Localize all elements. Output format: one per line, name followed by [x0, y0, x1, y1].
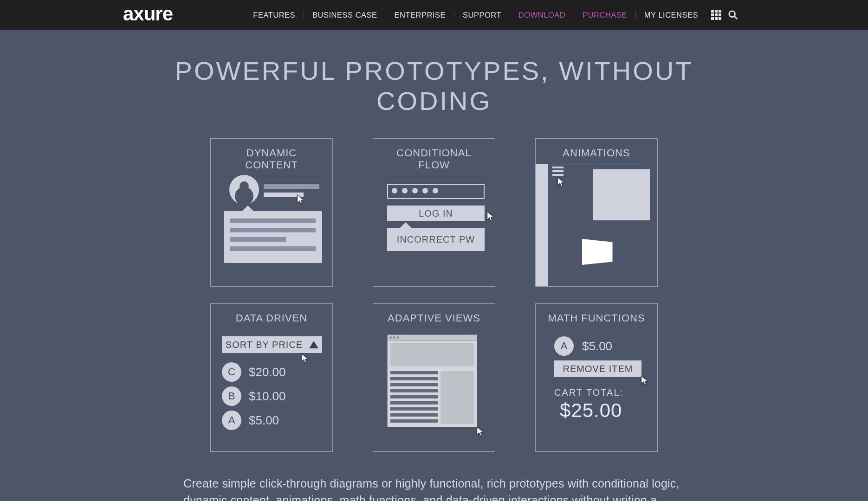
- password-dots-icon: [392, 188, 438, 193]
- tooltip-illustration: [224, 211, 322, 263]
- hamburger-icon: [552, 167, 564, 176]
- cursor-icon: [301, 353, 309, 363]
- item-price: $10.00: [249, 389, 286, 404]
- card-data-driven: DATA DRIVEN SORT BY PRICE C $20.00 B $10…: [210, 303, 333, 452]
- card-title: DATA DRIVEN: [222, 304, 321, 330]
- nav-business-case[interactable]: BUSINESS CASE: [304, 11, 386, 19]
- cursor-icon: [641, 375, 649, 385]
- avatar-icon: [229, 175, 259, 205]
- card-title: MATH FUNCTIONS: [547, 304, 646, 330]
- sort-label: SORT BY PRICE: [226, 340, 303, 350]
- layout-columns: [390, 371, 474, 424]
- item-price: $20.00: [249, 365, 286, 379]
- window-titlebar-icon: [388, 335, 477, 340]
- error-tooltip-illustration: INCORRECT PW: [387, 228, 485, 251]
- apps-grid-icon[interactable]: [711, 10, 721, 20]
- card-animations: ANIMATIONS: [535, 138, 658, 287]
- nav-features[interactable]: FEATURES: [245, 11, 304, 19]
- item-letter: A: [222, 411, 241, 430]
- cursor-icon: [486, 211, 495, 221]
- nav-my-licenses[interactable]: MY LICENSES: [636, 11, 706, 19]
- card-dynamic-content: DYNAMIC CONTENT: [210, 138, 333, 287]
- search-icon[interactable]: [728, 10, 738, 20]
- main-nav: FEATURES BUSINESS CASE ENTERPRISE SUPPOR…: [245, 10, 845, 20]
- card-title: ANIMATIONS: [547, 139, 646, 165]
- svg-line-1: [734, 16, 737, 19]
- cart-total-label: CART TOTAL:: [554, 387, 623, 398]
- card-title: CONDITIONAL FLOW: [384, 139, 484, 177]
- triangle-up-icon: [309, 341, 318, 348]
- nav-purchase[interactable]: PURCHASE: [574, 11, 636, 19]
- item-price: $5.00: [582, 339, 612, 353]
- item-letter: A: [554, 336, 574, 356]
- list-item: A $5.00: [222, 411, 279, 430]
- card-adaptive-views: ADAPTIVE VIEWS: [373, 303, 495, 452]
- hero-block: [390, 343, 474, 366]
- sort-button-illustration: SORT BY PRICE: [222, 336, 322, 353]
- card-title: ADAPTIVE VIEWS: [384, 304, 484, 330]
- panel-illustration: [593, 169, 650, 220]
- nav-enterprise[interactable]: ENTERPRISE: [386, 11, 454, 19]
- placeholder-line: [264, 184, 319, 189]
- cursor-icon: [297, 194, 305, 205]
- item-letter: C: [222, 362, 241, 382]
- login-button-illustration: LOG IN: [387, 206, 485, 221]
- side-panel-illustration: [536, 164, 548, 286]
- header: axure FEATURES BUSINESS CASE ENTERPRISE …: [0, 0, 868, 30]
- browser-window-illustration: [387, 334, 477, 427]
- feature-description: Create simple click-through diagrams or …: [183, 475, 685, 501]
- cart-total-value: $25.00: [560, 399, 622, 422]
- brand-logo[interactable]: axure: [123, 3, 173, 25]
- item-price: $5.00: [249, 413, 279, 428]
- perspective-panel-illustration: [582, 239, 621, 265]
- item-letter: B: [222, 386, 241, 406]
- card-conditional-flow: CONDITIONAL FLOW LOG IN INCORRECT PW: [373, 138, 495, 287]
- card-math-functions: MATH FUNCTIONS A $5.00 REMOVE ITEM CART …: [535, 303, 658, 452]
- nav-support[interactable]: SUPPORT: [454, 11, 510, 19]
- cursor-icon: [557, 177, 565, 187]
- cursor-icon: [476, 426, 485, 437]
- remove-item-button-illustration: REMOVE ITEM: [554, 360, 641, 377]
- feature-grid: DYNAMIC CONTENT CONDITIONAL FLOW LOG IN …: [155, 138, 713, 452]
- content: POWERFUL PROTOTYPES, WITHOUT CODING DYNA…: [155, 30, 713, 501]
- nav-download[interactable]: DOWNLOAD: [510, 11, 574, 19]
- list-item: C $20.00: [222, 362, 286, 382]
- list-item: B $10.00: [222, 386, 286, 406]
- cart-item: A $5.00: [554, 336, 612, 356]
- card-title: DYNAMIC CONTENT: [222, 139, 321, 177]
- svg-point-0: [729, 11, 735, 17]
- headline: POWERFUL PROTOTYPES, WITHOUT CODING: [155, 56, 713, 116]
- divider: [554, 382, 639, 382]
